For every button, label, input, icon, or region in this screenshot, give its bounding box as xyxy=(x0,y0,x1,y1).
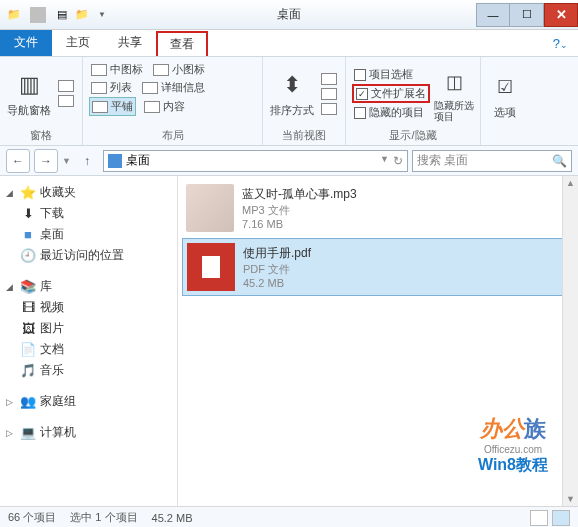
expand-icon: ▷ xyxy=(6,428,16,438)
properties-icon[interactable]: ▤ xyxy=(54,7,70,23)
file-thumbnail xyxy=(186,184,234,232)
add-columns-button[interactable] xyxy=(319,87,339,101)
qat-dropdown-icon[interactable]: ▼ xyxy=(94,7,110,23)
file-size: 7.16 MB xyxy=(242,218,357,230)
close-button[interactable]: ✕ xyxy=(544,3,578,27)
small-icons-icon xyxy=(153,64,169,76)
sidebar-desktop[interactable]: ■桌面 xyxy=(0,224,177,245)
group-label-empty xyxy=(487,129,523,143)
address-bar[interactable]: 桌面 ▼ ↻ xyxy=(103,150,408,172)
file-list: 蓝又时-孤单心事.mp3 MP3 文件 7.16 MB 使用手册.pdf PDF… xyxy=(178,176,578,506)
back-button[interactable]: ← xyxy=(6,149,30,173)
sidebar-documents[interactable]: 📄文档 xyxy=(0,339,177,360)
computer-icon: 💻 xyxy=(20,425,36,441)
layout-tiles[interactable]: 平铺 xyxy=(89,97,136,116)
ribbon-group-current-view: ⬍ 排序方式 当前视图 xyxy=(263,57,346,145)
sort-button[interactable]: ⬍ 排序方式 xyxy=(269,61,315,126)
check-file-extensions[interactable]: 文件扩展名 xyxy=(352,84,430,103)
options-label: 选项 xyxy=(494,105,516,120)
layout-content[interactable]: 内容 xyxy=(142,97,187,116)
minimize-button[interactable]: — xyxy=(476,3,510,27)
options-icon: ☑ xyxy=(489,71,521,103)
status-item-count: 66 个项目 xyxy=(8,510,56,525)
ribbon-group-show-hide: 项目选框 文件扩展名 隐藏的项目 ◫ 隐藏所选项目 显示/隐藏 xyxy=(346,57,481,145)
check-hidden-items[interactable]: 隐藏的项目 xyxy=(352,104,430,121)
file-item[interactable]: 使用手册.pdf PDF 文件 45.2 MB xyxy=(182,238,574,296)
hide-selected-button[interactable]: ◫ 隐藏所选项目 xyxy=(434,61,474,126)
sidebar-downloads[interactable]: ⬇下载 xyxy=(0,203,177,224)
sidebar-pictures[interactable]: 🖼图片 xyxy=(0,318,177,339)
group-by-button[interactable] xyxy=(319,72,339,86)
tab-home[interactable]: 主页 xyxy=(52,29,104,56)
forward-button[interactable]: → xyxy=(34,149,58,173)
group-label-current-view: 当前视图 xyxy=(269,126,339,143)
view-switcher xyxy=(530,510,570,526)
maximize-button[interactable]: ☐ xyxy=(510,3,544,27)
checkbox-checked-icon xyxy=(356,88,368,100)
sidebar: ◢⭐收藏夹 ⬇下载 ■桌面 🕘最近访问的位置 ◢📚库 🎞视频 🖼图片 📄文档 🎵… xyxy=(0,176,178,506)
sidebar-favorites[interactable]: ◢⭐收藏夹 xyxy=(0,182,177,203)
view-details-icon[interactable] xyxy=(530,510,548,526)
video-icon: 🎞 xyxy=(20,300,36,316)
layout-medium-icons[interactable]: 中图标 xyxy=(89,61,145,78)
sidebar-videos[interactable]: 🎞视频 xyxy=(0,297,177,318)
panes-col xyxy=(56,61,76,126)
sidebar-recent[interactable]: 🕘最近访问的位置 xyxy=(0,245,177,266)
download-icon: ⬇ xyxy=(20,206,36,222)
nav-pane-label: 导航窗格 xyxy=(7,103,51,118)
search-icon: 🔍 xyxy=(552,154,567,168)
ribbon-group-layout: 中图标 小图标 列表 详细信息 平铺 内容 布局 xyxy=(83,57,263,145)
tab-view[interactable]: 查看 xyxy=(156,31,208,56)
details-pane-button[interactable] xyxy=(56,94,76,108)
file-name: 蓝又时-孤单心事.mp3 xyxy=(242,186,357,203)
ribbon: ▥ 导航窗格 窗格 中图标 小图标 列表 详细信息 平铺 内容 布 xyxy=(0,56,578,146)
details-pane-icon xyxy=(58,95,74,107)
library-icon: 📚 xyxy=(20,279,36,295)
list-icon xyxy=(91,82,107,94)
file-type: MP3 文件 xyxy=(242,203,357,218)
group-label-layout: 布局 xyxy=(89,126,256,143)
options-button[interactable]: ☑ 选项 xyxy=(487,61,523,129)
music-icon: 🎵 xyxy=(20,363,36,379)
details-icon xyxy=(142,82,158,94)
show-hide-checks: 项目选框 文件扩展名 隐藏的项目 xyxy=(352,61,430,126)
up-button[interactable]: ↑ xyxy=(75,149,99,173)
window-title: 桌面 xyxy=(277,6,301,23)
file-item[interactable]: 蓝又时-孤单心事.mp3 MP3 文件 7.16 MB xyxy=(182,180,574,236)
homegroup-icon: 👥 xyxy=(20,394,36,410)
sidebar-libraries[interactable]: ◢📚库 xyxy=(0,276,177,297)
tab-share[interactable]: 共享 xyxy=(104,29,156,56)
new-folder-icon[interactable]: 📁 xyxy=(74,7,90,23)
ribbon-tabs: 文件 主页 共享 查看 ?⌄ xyxy=(0,30,578,56)
hide-icon: ◫ xyxy=(438,66,470,98)
folder-icon: 📁 xyxy=(6,7,22,23)
layout-details[interactable]: 详细信息 xyxy=(140,79,207,96)
location-text: 桌面 xyxy=(126,152,150,169)
scrollbar-vertical[interactable] xyxy=(562,176,578,506)
sidebar-music[interactable]: 🎵音乐 xyxy=(0,360,177,381)
search-box[interactable]: 搜索 桌面 🔍 xyxy=(412,150,572,172)
address-dropdown-icon[interactable]: ▼ xyxy=(380,154,389,168)
layout-list[interactable]: 列表 xyxy=(89,79,134,96)
size-columns-button[interactable] xyxy=(319,102,339,116)
file-name: 使用手册.pdf xyxy=(243,245,311,262)
history-dropdown-icon[interactable]: ▼ xyxy=(62,156,71,166)
nav-pane-button[interactable]: ▥ 导航窗格 xyxy=(6,61,52,126)
file-info: 蓝又时-孤单心事.mp3 MP3 文件 7.16 MB xyxy=(242,184,357,232)
nav-pane-icon: ▥ xyxy=(13,69,45,101)
help-icon[interactable]: ?⌄ xyxy=(543,31,578,56)
layout-small-icons[interactable]: 小图标 xyxy=(151,61,207,78)
tab-file[interactable]: 文件 xyxy=(0,29,52,56)
file-type: PDF 文件 xyxy=(243,262,311,277)
refresh-icon[interactable]: ↻ xyxy=(393,154,403,168)
hide-selected-label: 隐藏所选项目 xyxy=(434,100,474,122)
preview-pane-icon xyxy=(58,80,74,92)
content-area: ◢⭐收藏夹 ⬇下载 ■桌面 🕘最近访问的位置 ◢📚库 🎞视频 🖼图片 📄文档 🎵… xyxy=(0,176,578,506)
navbar: ← → ▼ ↑ 桌面 ▼ ↻ 搜索 桌面 🔍 xyxy=(0,146,578,176)
view-tiles-icon[interactable] xyxy=(552,510,570,526)
preview-pane-button[interactable] xyxy=(56,79,76,93)
medium-icons-icon xyxy=(91,64,107,76)
sidebar-computer[interactable]: ▷💻计算机 xyxy=(0,422,177,443)
check-item-checkboxes[interactable]: 项目选框 xyxy=(352,66,430,83)
sidebar-homegroup[interactable]: ▷👥家庭组 xyxy=(0,391,177,412)
